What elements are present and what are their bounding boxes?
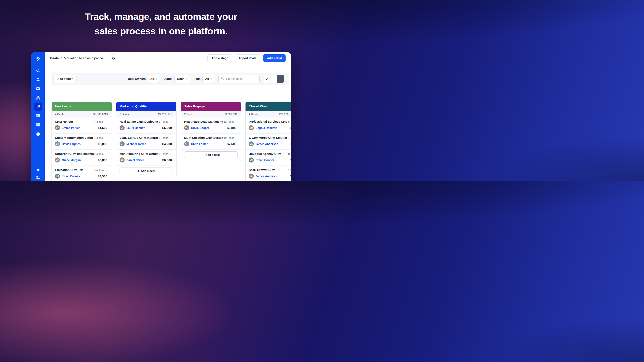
sidebar-item-search[interactable] bbox=[32, 68, 45, 73]
deal-owner: DC Daniel Carter bbox=[120, 157, 144, 162]
plus-icon: + bbox=[202, 153, 204, 157]
deal-owner-link[interactable]: Sophia Ramirez bbox=[256, 126, 277, 129]
deal-owner-link[interactable]: Michael Torres bbox=[126, 142, 146, 146]
deal-owner-link[interactable]: James Anderson bbox=[256, 175, 278, 178]
import-deals-button[interactable]: Import deals bbox=[235, 54, 260, 62]
avatar: DH bbox=[55, 141, 60, 146]
sidebar-item-favorites[interactable] bbox=[32, 168, 45, 172]
deal-owner-link[interactable]: Emma Parker bbox=[62, 126, 80, 129]
deal-owner-link[interactable]: Grace Morgan bbox=[62, 158, 81, 162]
deal-card[interactable]: Professional Services CRM 5 SR Sophia Ra… bbox=[246, 117, 291, 134]
add-deal-button[interactable]: Add a deal bbox=[263, 54, 286, 62]
deal-owner: OC Olivia Cooper bbox=[184, 125, 209, 130]
add-deal-row: + Add a deal bbox=[116, 166, 176, 177]
deal-owner-link[interactable]: Laura Bennett bbox=[126, 126, 145, 129]
deal-card[interactable]: SaaS Startup CRM Integration 3 Tasks MT … bbox=[116, 134, 176, 150]
stage-name: Closed Won bbox=[249, 105, 267, 108]
deal-title: Custom Automation Setup bbox=[55, 136, 93, 139]
pipeline-name[interactable]: Marketing to sales pipeline bbox=[64, 56, 103, 60]
deal-card[interactable]: Manufacturing CRM Onboar... 9 Tasks DC D… bbox=[116, 150, 176, 166]
deal-owner-link[interactable]: Ethan Cooper bbox=[256, 158, 274, 162]
avatar: SR bbox=[249, 125, 254, 130]
add-stage-button[interactable]: Add a stage bbox=[208, 54, 232, 62]
app-window: Deals / Marketing to sales pipeline ▾ ⚙ … bbox=[32, 52, 291, 181]
completed-view-toggle[interactable]: ✓ bbox=[264, 75, 270, 83]
deal-amount: $6,800 bbox=[227, 126, 236, 130]
sidebar bbox=[32, 52, 45, 181]
add-deal-label: Add a deal bbox=[141, 169, 155, 173]
deal-owner: SR Sophia Ramirez bbox=[249, 125, 277, 130]
status-dropdown[interactable]: Open ▾ bbox=[174, 75, 190, 83]
search-icon bbox=[221, 77, 224, 81]
chevron-down-icon[interactable]: ▾ bbox=[106, 57, 107, 59]
deal-card[interactable]: E-Commerce CRM Solution 12 JA James Ande… bbox=[246, 134, 291, 150]
status-label: Status bbox=[164, 77, 172, 80]
deal-card[interactable]: Custom Automation Setup No Task DH David… bbox=[52, 134, 112, 150]
deal-task-count: 12 Tasks bbox=[224, 120, 234, 123]
deal-card[interactable]: Boutique Agency CRM 8 EC Ethan Cooper $ bbox=[246, 150, 291, 166]
deal-owners-label: Deal Owners bbox=[128, 77, 146, 80]
deal-task-count: 5 bbox=[288, 120, 290, 123]
stage-name: Sales Engaged bbox=[184, 105, 206, 108]
stage-column-sales-engaged: Sales Engaged 2 Deals $200 USD Healthcar… bbox=[181, 102, 241, 161]
deal-owner: KB Kevin Brooks bbox=[55, 174, 80, 179]
sidebar-item-deals[interactable] bbox=[32, 103, 45, 111]
avatar: CF bbox=[184, 141, 189, 146]
filter-bar: Add a filter Deal Owners All ▾ Status Op… bbox=[52, 73, 289, 85]
active-item-highlight bbox=[34, 103, 42, 111]
pipeline-settings-button[interactable]: ⚙ bbox=[110, 54, 117, 62]
deal-owner-link[interactable]: James Anderson bbox=[256, 142, 278, 146]
add-deal-button[interactable]: + Add a deal bbox=[120, 168, 173, 174]
add-filter-button[interactable]: Add a filter bbox=[54, 75, 76, 83]
stage-header: New Leads bbox=[52, 102, 112, 111]
search-icon bbox=[36, 68, 40, 73]
deal-card[interactable]: CRM Rollout No Task EP Emma Parker $1,50… bbox=[52, 117, 112, 134]
deal-owner: JA James Anderson bbox=[249, 141, 278, 146]
add-deal-label: Add a deal bbox=[206, 153, 220, 156]
deal-owner-link[interactable]: Kevin Brooks bbox=[62, 175, 80, 178]
deal-card[interactable]: Education CRM Trial No Task KB Kevin Bro… bbox=[52, 166, 112, 181]
deal-amount: $4,200 bbox=[162, 142, 172, 146]
kanban-view-toggle[interactable] bbox=[277, 75, 284, 83]
stage-column-new-leads: New Leads 4 Deals $3,500 USD CRM Rollout… bbox=[52, 102, 112, 181]
deal-title: Boutique Agency CRM bbox=[249, 152, 281, 155]
tags-dropdown[interactable]: All ▾ bbox=[202, 75, 214, 83]
sidebar-item-automations[interactable] bbox=[32, 95, 45, 100]
sidebar-item-contacts[interactable] bbox=[32, 77, 45, 82]
search-input[interactable] bbox=[226, 77, 257, 81]
deal-card[interactable]: Healthcare Lead Management 12 Tasks OC O… bbox=[181, 117, 241, 134]
deal-owner-link[interactable]: Chris Foster bbox=[191, 142, 208, 146]
deal-card[interactable]: Nonprofit CRM Implementation No Task GM … bbox=[52, 150, 112, 166]
add-deal-row: + Add a deal bbox=[181, 150, 241, 161]
deal-owners-dropdown[interactable]: All ▾ bbox=[148, 75, 160, 83]
deal-card[interactable]: SaaS Growth CRM 11 JA James Anderson $ bbox=[246, 166, 291, 181]
list-view-toggle[interactable] bbox=[270, 75, 277, 83]
deal-amount: $1,500 bbox=[98, 126, 107, 130]
avatar: KB bbox=[55, 174, 60, 179]
deal-card[interactable]: Real Estate CRM Deployment 8 Tasks LB La… bbox=[116, 117, 176, 134]
deal-owner-link[interactable]: David Hughes bbox=[62, 142, 80, 146]
stage-deal-count: 3 Deals bbox=[120, 111, 129, 117]
deal-amount: $2,000 bbox=[98, 142, 107, 146]
deal-owner-link[interactable]: Olivia Cooper bbox=[191, 126, 209, 129]
stage-name: Marketing Qualified bbox=[120, 105, 148, 108]
deal-card[interactable]: Multi-Location CRM System 19 Tasks CF Ch… bbox=[181, 134, 241, 150]
sidebar-item-site[interactable] bbox=[32, 122, 45, 127]
sidebar-item-reports[interactable] bbox=[32, 132, 45, 136]
stage-header: Marketing Qualified bbox=[116, 102, 176, 111]
stage-deal-count: 2 Deals bbox=[184, 111, 194, 117]
gear-icon: ⚙ bbox=[112, 56, 115, 60]
sidebar-item-email[interactable] bbox=[32, 86, 45, 91]
deal-owner-link[interactable]: Daniel Carter bbox=[126, 158, 144, 162]
stage-stats: 3 Deals $9,200 USD bbox=[116, 111, 176, 117]
add-deal-button[interactable]: + Add a deal bbox=[184, 151, 238, 158]
breadcrumb: Deals / Marketing to sales pipeline ▾ bbox=[50, 56, 107, 60]
deal-title: CRM Rollout bbox=[55, 120, 73, 123]
sidebar-item-conversations[interactable] bbox=[32, 113, 45, 118]
email-icon bbox=[36, 86, 40, 91]
deal-title: Professional Services CRM bbox=[249, 120, 288, 123]
heart-icon bbox=[36, 168, 40, 172]
sidebar-item-apps[interactable] bbox=[32, 176, 45, 180]
content-area: Add a filter Deal Owners All ▾ Status Op… bbox=[45, 64, 291, 181]
deal-title: SaaS Startup CRM Integration bbox=[120, 136, 158, 139]
